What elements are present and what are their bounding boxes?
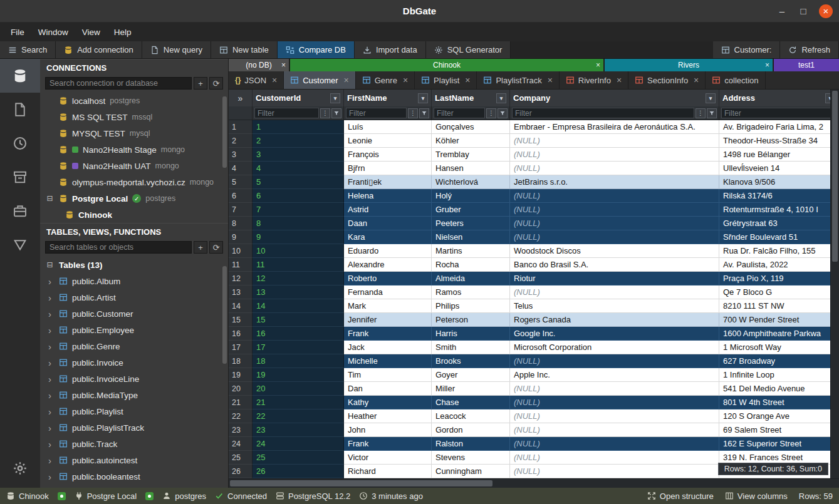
cell-address[interactable]: 541 Del Medio Avenue [719,382,839,396]
chevron-right-icon[interactable]: › [45,374,55,384]
cell-customerid[interactable]: 20 [253,382,344,396]
cell-lastname[interactable]: Leacock [432,409,510,423]
cell-company[interactable]: (NULL) [510,203,719,217]
cell-firstname[interactable]: Mark [344,299,432,313]
cell-address[interactable]: 1600 Amphitheatre Parkwa [719,327,839,341]
cell-customerid[interactable]: 21 [253,396,344,409]
sidebar-icon-history[interactable] [0,126,40,160]
table-item-public-invoiceline[interactable]: ›public.InvoiceLine [40,371,228,387]
cell-customerid[interactable]: 9 [253,230,344,244]
cell-firstname[interactable]: Eduardo [344,244,432,258]
cell-company[interactable]: (NULL) [510,134,719,148]
cell-firstname[interactable]: Kathy [344,396,432,409]
cell-firstname[interactable]: Frank [344,437,432,451]
filter-input-firstname[interactable] [346,108,407,118]
vertical-scrollbar[interactable] [830,90,839,478]
cell-lastname[interactable]: Goyer [432,368,510,382]
cell-lastname[interactable]: Stevens [432,451,510,465]
cell-firstname[interactable]: Kara [344,230,432,244]
sidebar-icon-settings[interactable] [0,451,40,485]
column-dropdown-icon[interactable]: ▾ [496,93,506,103]
chevron-right-icon[interactable]: › [45,423,55,433]
cell-lastname[interactable]: Almeida [432,272,510,285]
cell-customerid[interactable]: 3 [253,148,344,162]
close-icon[interactable]: × [548,75,553,85]
file-tab-collection[interactable]: collection [706,71,765,89]
cell-customerid[interactable]: 1 [253,120,344,134]
table-row[interactable]: 1111AlexandreRochaBanco do Brasil S.A.Av… [229,258,839,272]
db-tab-chinook[interactable]: Chinook× [290,59,603,71]
chevron-right-icon[interactable]: › [45,471,55,482]
table-row[interactable]: 77AstridGruber(NULL)Rotenturmstraße 4, 1… [229,203,839,217]
cell-company[interactable]: (NULL) [510,354,719,368]
cell-firstname[interactable]: Bjřrn [344,162,432,175]
file-tab-json[interactable]: {}JSON× [229,71,284,89]
column-header-firstname[interactable]: FirstName▾ [344,90,432,106]
cell-address[interactable]: 8210 111 ST NW [719,299,839,313]
cell-address[interactable]: Sřnder Boulevard 51 [719,230,839,244]
cell-address[interactable]: Grétrystraat 63 [719,217,839,230]
cell-company[interactable]: (NULL) [510,148,719,162]
cell-lastname[interactable]: Harris [432,327,510,341]
file-tab-playlist[interactable]: Playlist× [415,71,477,89]
cell-customerid[interactable]: 18 [253,354,344,368]
filter-input-lastname[interactable] [434,108,485,118]
toolbar-button-new-table[interactable]: New table [211,41,278,58]
table-item-public-booleantest[interactable]: ›public.booleantest [40,468,228,485]
cell-company[interactable]: (NULL) [510,437,719,451]
cell-customerid[interactable]: 7 [253,203,344,217]
cell-customerid[interactable]: 4 [253,162,344,175]
table-item-public-album[interactable]: ›public.Album [40,273,228,289]
collapse-icon[interactable]: ⊟ [45,260,55,269]
cell-company[interactable]: Google Inc. [510,327,719,341]
chevron-right-icon[interactable]: › [45,292,55,303]
cell-firstname[interactable]: Frank [344,327,432,341]
cell-lastname[interactable]: Nielsen [432,230,510,244]
cell-company[interactable]: Rogers Canada [510,313,719,327]
statusbar-item-postgres[interactable]: postgres [162,491,206,501]
cell-customerid[interactable]: 15 [253,313,344,327]
table-row[interactable]: 11LuísGonçalvesEmbraer - Empresa Brasile… [229,120,839,134]
close-button[interactable]: × [819,4,833,18]
cell-address[interactable]: 120 S Orange Ave [719,409,839,423]
table-row[interactable]: 2121KathyChase(NULL)801 W 4th Street [229,396,839,409]
collapse-icon[interactable]: ⊟ [45,194,55,203]
cell-address[interactable]: 162 E Superior Street [719,437,839,451]
table-item-public-autoinctest[interactable]: ›public.autoinctest [40,452,228,468]
chevron-right-icon[interactable]: › [45,390,55,401]
cell-lastname[interactable]: Chase [432,396,510,409]
cell-lastname[interactable]: Smith [432,341,510,354]
filter-input-address[interactable] [721,108,836,118]
cell-company[interactable]: Riotur [510,272,719,285]
column-dropdown-icon[interactable]: ▾ [706,93,716,103]
close-icon[interactable]: × [617,75,622,85]
cell-firstname[interactable]: Richard [344,465,432,478]
chevron-right-icon[interactable]: › [45,439,55,450]
table-row[interactable]: 22LeonieKöhler(NULL)Theodor-Heuss-Straße… [229,134,839,148]
cell-company[interactable]: (NULL) [510,396,719,409]
horizontal-scrollbar[interactable] [229,478,839,488]
cell-customerid[interactable]: 10 [253,244,344,258]
sidebar-icon-query-designer[interactable] [0,228,40,262]
cell-address[interactable]: 700 W Pender Street [719,313,839,327]
cell-company[interactable]: Apple Inc. [510,368,719,382]
cell-lastname[interactable]: Tremblay [432,148,510,162]
cell-company[interactable]: (NULL) [510,409,719,423]
cell-company[interactable]: (NULL) [510,189,719,203]
filter-menu-icon[interactable]: ⋮ [320,108,330,118]
cell-customerid[interactable]: 2 [253,134,344,148]
toolbar-button-customer[interactable]: Customer: [713,41,781,58]
cell-customerid[interactable]: 26 [253,465,344,478]
table-item-public-customer[interactable]: ›public.Customer [40,306,228,322]
cell-address[interactable]: 1498 rue Bélanger [719,148,839,162]
cell-firstname[interactable]: John [344,423,432,437]
chevron-right-icon[interactable]: › [45,309,55,319]
cell-lastname[interactable]: Gruber [432,203,510,217]
filter-menu-icon[interactable]: ⋮ [486,108,496,118]
reload-tables-icon[interactable]: ⟳ [209,241,223,254]
close-icon[interactable]: × [272,75,277,85]
cell-company[interactable]: (NULL) [510,423,719,437]
table-row[interactable]: 2323JohnGordon(NULL)69 Salem Street [229,423,839,437]
add-table-plus-icon[interactable]: + [194,241,207,254]
cell-firstname[interactable]: Astrid [344,203,432,217]
